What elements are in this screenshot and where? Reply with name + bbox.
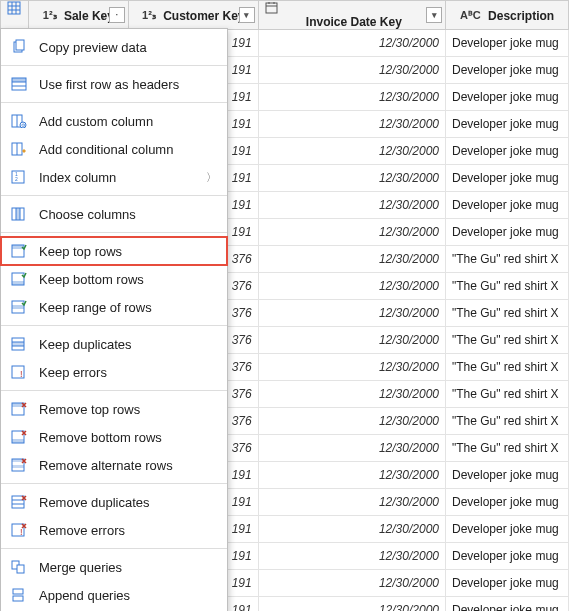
- menu-keep-bottom-rows[interactable]: Keep bottom rows: [1, 265, 227, 293]
- number-type-icon: 1²₃: [142, 9, 156, 21]
- menu-keep-duplicates[interactable]: Keep duplicates: [1, 330, 227, 358]
- date-type-icon: [265, 1, 439, 14]
- svg-rect-10: [16, 40, 24, 50]
- menu-index-column[interactable]: 12 Index column 〉: [1, 163, 227, 191]
- cell-description[interactable]: "The Gu" red shirt X: [446, 408, 569, 435]
- menu-separator: [1, 65, 227, 66]
- add-column-icon: ⚙: [9, 112, 29, 130]
- cell-description[interactable]: Developer joke mug: [446, 57, 569, 84]
- cell-description[interactable]: "The Gu" red shirt X: [446, 435, 569, 462]
- table-icon: [7, 1, 22, 15]
- cell-description[interactable]: Developer joke mug: [446, 138, 569, 165]
- index-column-icon: 12: [9, 168, 29, 186]
- menu-remove-errors[interactable]: ! Remove errors: [1, 516, 227, 544]
- cell-invoice-date[interactable]: 12/30/2000: [258, 435, 445, 462]
- filter-button[interactable]: ▾: [239, 7, 255, 23]
- cell-description[interactable]: Developer joke mug: [446, 111, 569, 138]
- remove-top-icon: [9, 400, 29, 418]
- menu-add-conditional-column[interactable]: Add conditional column: [1, 135, 227, 163]
- cell-description[interactable]: "The Gu" red shirt X: [446, 300, 569, 327]
- cell-description[interactable]: "The Gu" red shirt X: [446, 354, 569, 381]
- column-header-sale-key[interactable]: 1²₃ Sale Key ↓ ·: [28, 1, 128, 30]
- cell-description[interactable]: "The Gu" red shirt X: [446, 327, 569, 354]
- cell-invoice-date[interactable]: 12/30/2000: [258, 300, 445, 327]
- cell-invoice-date[interactable]: 12/30/2000: [258, 327, 445, 354]
- cell-invoice-date[interactable]: 12/30/2000: [258, 462, 445, 489]
- menu-keep-errors[interactable]: ! Keep errors: [1, 358, 227, 386]
- cell-invoice-date[interactable]: 12/30/2000: [258, 570, 445, 597]
- filter-button[interactable]: ·: [109, 7, 125, 23]
- cell-invoice-date[interactable]: 12/30/2000: [258, 597, 445, 612]
- choose-columns-icon: [9, 205, 29, 223]
- cell-description[interactable]: Developer joke mug: [446, 489, 569, 516]
- keep-bottom-icon: [9, 270, 29, 288]
- menu-use-first-row[interactable]: Use first row as headers: [1, 70, 227, 98]
- cell-invoice-date[interactable]: 12/30/2000: [258, 354, 445, 381]
- cell-invoice-date[interactable]: 12/30/2000: [258, 219, 445, 246]
- svg-text:!: !: [20, 527, 23, 537]
- menu-add-custom-column[interactable]: ⚙ Add custom column: [1, 107, 227, 135]
- menu-merge-queries[interactable]: Merge queries: [1, 553, 227, 581]
- menu-append-queries[interactable]: Append queries: [1, 581, 227, 609]
- menu-remove-alternate-rows[interactable]: Remove alternate rows: [1, 451, 227, 479]
- svg-text:!: !: [20, 369, 23, 379]
- svg-rect-12: [12, 78, 26, 82]
- cell-description[interactable]: Developer joke mug: [446, 543, 569, 570]
- cell-description[interactable]: Developer joke mug: [446, 570, 569, 597]
- merge-icon: [9, 558, 29, 576]
- cell-description[interactable]: "The Gu" red shirt X: [446, 381, 569, 408]
- cell-invoice-date[interactable]: 12/30/2000: [258, 138, 445, 165]
- svg-rect-53: [17, 565, 24, 573]
- menu-separator: [1, 325, 227, 326]
- cell-invoice-date[interactable]: 12/30/2000: [258, 165, 445, 192]
- svg-rect-25: [16, 208, 20, 220]
- headers-icon: [9, 75, 29, 93]
- cell-invoice-date[interactable]: 12/30/2000: [258, 192, 445, 219]
- cell-description[interactable]: Developer joke mug: [446, 516, 569, 543]
- cell-description[interactable]: Developer joke mug: [446, 219, 569, 246]
- cell-invoice-date[interactable]: 12/30/2000: [258, 543, 445, 570]
- cell-invoice-date[interactable]: 12/30/2000: [258, 246, 445, 273]
- cell-description[interactable]: Developer joke mug: [446, 597, 569, 612]
- cell-description[interactable]: Developer joke mug: [446, 192, 569, 219]
- cell-description[interactable]: "The Gu" red shirt X: [446, 273, 569, 300]
- chevron-right-icon: 〉: [206, 170, 217, 185]
- sort-asc-icon: ↓: [101, 10, 106, 21]
- menu-copy-preview[interactable]: Copy preview data: [1, 33, 227, 61]
- conditional-column-icon: [9, 140, 29, 158]
- menu-separator: [1, 390, 227, 391]
- append-icon: [9, 586, 29, 604]
- keep-errors-icon: !: [9, 363, 29, 381]
- cell-invoice-date[interactable]: 12/30/2000: [258, 273, 445, 300]
- cell-description[interactable]: Developer joke mug: [446, 462, 569, 489]
- svg-rect-0: [8, 2, 20, 14]
- menu-keep-range-rows[interactable]: Keep range of rows: [1, 293, 227, 321]
- column-header-invoice-date[interactable]: Invoice Date Key ▾: [258, 1, 445, 30]
- menu-remove-top-rows[interactable]: Remove top rows: [1, 395, 227, 423]
- menu-choose-columns[interactable]: Choose columns: [1, 200, 227, 228]
- cell-description[interactable]: "The Gu" red shirt X: [446, 246, 569, 273]
- menu-remove-bottom-rows[interactable]: Remove bottom rows: [1, 423, 227, 451]
- column-header-customer-key[interactable]: 1²₃ Customer Key ▾: [128, 1, 258, 30]
- cell-description[interactable]: Developer joke mug: [446, 30, 569, 57]
- cell-description[interactable]: Developer joke mug: [446, 84, 569, 111]
- cell-invoice-date[interactable]: 12/30/2000: [258, 30, 445, 57]
- menu-keep-top-rows[interactable]: Keep top rows: [1, 237, 227, 265]
- menu-separator: [1, 195, 227, 196]
- filter-button[interactable]: ▾: [426, 7, 442, 23]
- remove-alternate-icon: [9, 456, 29, 474]
- cell-invoice-date[interactable]: 12/30/2000: [258, 516, 445, 543]
- cell-description[interactable]: Developer joke mug: [446, 165, 569, 192]
- menu-separator: [1, 483, 227, 484]
- table-corner-button[interactable]: [1, 1, 29, 30]
- cell-invoice-date[interactable]: 12/30/2000: [258, 408, 445, 435]
- cell-invoice-date[interactable]: 12/30/2000: [258, 381, 445, 408]
- cell-invoice-date[interactable]: 12/30/2000: [258, 57, 445, 84]
- cell-invoice-date[interactable]: 12/30/2000: [258, 111, 445, 138]
- svg-rect-21: [12, 171, 24, 183]
- menu-separator: [1, 548, 227, 549]
- menu-remove-duplicates[interactable]: Remove duplicates: [1, 488, 227, 516]
- cell-invoice-date[interactable]: 12/30/2000: [258, 84, 445, 111]
- cell-invoice-date[interactable]: 12/30/2000: [258, 489, 445, 516]
- column-header-description[interactable]: AᴮC Description: [446, 1, 569, 30]
